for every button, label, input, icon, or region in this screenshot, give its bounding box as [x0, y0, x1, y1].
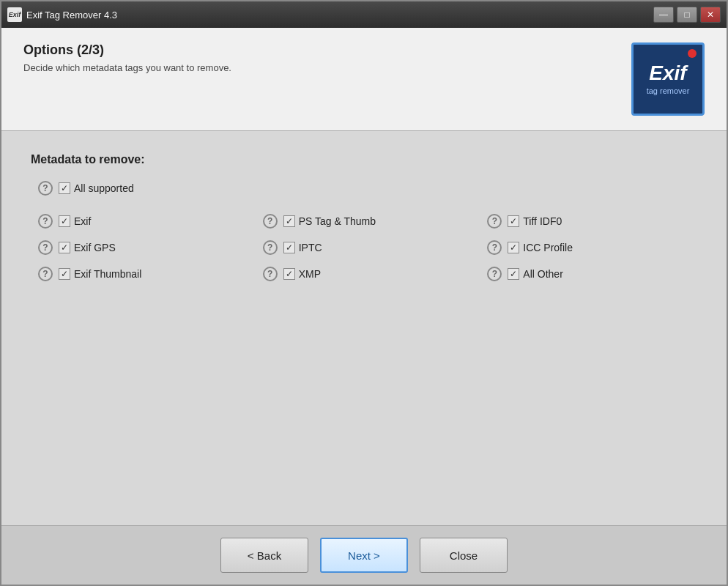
option-checkbox-8[interactable]	[508, 268, 519, 280]
option-item: ?IPTC	[263, 240, 473, 255]
option-checkbox-0[interactable]	[59, 215, 70, 227]
option-checkbox-7[interactable]	[283, 268, 295, 280]
header-text: Options (2/3) Decide which metadata tags…	[23, 42, 631, 73]
window-title: Exif Tag Remover 4.3	[26, 10, 653, 21]
option-item: ?Exif	[38, 214, 248, 229]
option-checkbox-wrapper-1: PS Tag & Thumb	[283, 215, 376, 227]
maximize-button[interactable]: □	[677, 7, 697, 23]
footer-section: < Back Next > Close	[1, 525, 727, 585]
option-help-icon-1[interactable]: ?	[263, 214, 278, 229]
option-label-2: Tiff IDF0	[523, 215, 562, 227]
option-help-icon-7[interactable]: ?	[263, 267, 278, 281]
option-label-5: ICC Profile	[523, 242, 573, 253]
content-area: Options (2/3) Decide which metadata tags…	[1, 28, 727, 585]
all-supported-label: All supported	[74, 182, 134, 194]
app-logo: Exif tag remover	[631, 42, 705, 116]
option-label-6: Exif Thumbnail	[74, 268, 141, 280]
option-item: ?XMP	[263, 267, 473, 281]
option-item: ?Exif GPS	[38, 240, 248, 255]
app-logo-small: Exif	[7, 7, 22, 22]
option-checkbox-wrapper-0: Exif	[59, 215, 91, 227]
window-controls: — □ ✕	[653, 7, 721, 23]
option-checkbox-6[interactable]	[59, 268, 70, 280]
page-subtitle: Decide which metadata tags you want to r…	[23, 62, 631, 73]
section-title: Metadata to remove:	[31, 153, 697, 166]
minimize-button[interactable]: —	[653, 7, 674, 23]
option-checkbox-2[interactable]	[508, 215, 519, 227]
option-help-icon-3[interactable]: ?	[38, 240, 53, 255]
option-label-1: PS Tag & Thumb	[299, 215, 376, 227]
next-button[interactable]: Next >	[320, 538, 408, 573]
option-item: ?ICC Profile	[487, 240, 697, 255]
option-help-icon-6[interactable]: ?	[38, 267, 53, 281]
logo-exif-text: Exif	[649, 63, 686, 84]
option-checkbox-4[interactable]	[283, 242, 295, 253]
option-help-icon-0[interactable]: ?	[38, 214, 53, 229]
all-supported-checkbox[interactable]	[59, 182, 70, 194]
logo-dot	[688, 49, 697, 58]
option-help-icon-4[interactable]: ?	[263, 240, 278, 255]
option-label-8: All Other	[523, 268, 562, 280]
options-grid: ?Exif?PS Tag & Thumb?Tiff IDF0?Exif GPS?…	[31, 214, 697, 281]
back-button[interactable]: < Back	[220, 538, 308, 573]
option-checkbox-wrapper-4: IPTC	[283, 242, 322, 253]
option-item: ?Exif Thumbnail	[38, 267, 248, 281]
close-window-button[interactable]: ✕	[700, 7, 721, 23]
option-label-0: Exif	[74, 215, 91, 227]
option-help-icon-5[interactable]: ?	[487, 240, 502, 255]
option-item: ?Tiff IDF0	[487, 214, 697, 229]
option-checkbox-3[interactable]	[59, 242, 70, 253]
option-help-icon-8[interactable]: ?	[487, 267, 502, 281]
option-checkbox-wrapper-2: Tiff IDF0	[508, 215, 562, 227]
option-checkbox-1[interactable]	[283, 215, 295, 227]
option-checkbox-5[interactable]	[508, 242, 519, 253]
option-item: ?PS Tag & Thumb	[263, 214, 473, 229]
option-checkbox-wrapper-7: XMP	[283, 268, 321, 280]
option-label-3: Exif GPS	[74, 242, 116, 253]
page-title: Options (2/3)	[23, 42, 631, 58]
option-checkbox-wrapper-6: Exif Thumbnail	[59, 268, 141, 280]
option-checkbox-wrapper-5: ICC Profile	[508, 242, 573, 253]
option-help-icon-2[interactable]: ?	[487, 214, 502, 229]
title-bar: Exif Exif Tag Remover 4.3 — □ ✕	[1, 1, 727, 28]
logo-tagline: tag remover	[647, 86, 690, 95]
option-checkbox-wrapper-8: All Other	[508, 268, 562, 280]
option-label-4: IPTC	[299, 242, 322, 253]
main-window: Exif Exif Tag Remover 4.3 — □ ✕ Options …	[0, 0, 728, 586]
option-label-7: XMP	[299, 268, 321, 280]
header-section: Options (2/3) Decide which metadata tags…	[1, 28, 727, 131]
option-checkbox-wrapper-3: Exif GPS	[59, 242, 116, 253]
all-supported-row: ? All supported	[31, 181, 697, 196]
main-section: Metadata to remove: ? All supported ?Exi…	[1, 131, 727, 525]
all-supported-checkbox-wrapper: All supported	[59, 182, 134, 194]
option-item: ?All Other	[487, 267, 697, 281]
close-button[interactable]: Close	[420, 538, 508, 573]
all-supported-help-icon[interactable]: ?	[38, 181, 53, 196]
